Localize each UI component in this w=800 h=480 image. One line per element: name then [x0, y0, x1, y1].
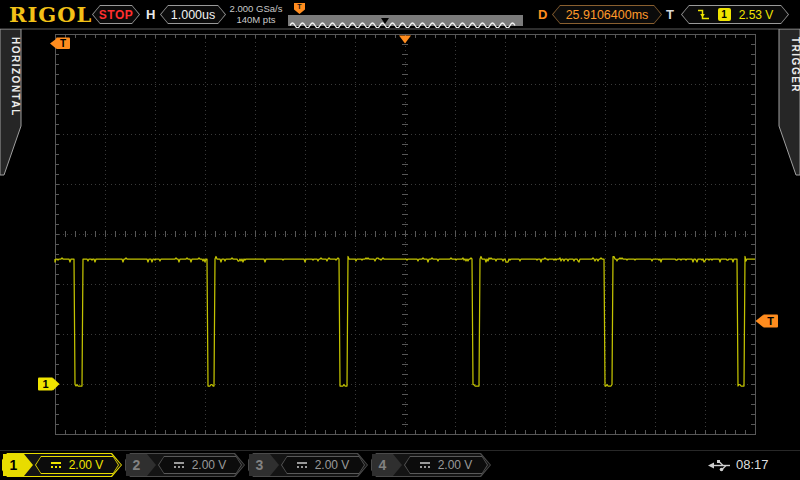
oscilloscope-screen: RIGOL STOP H 1.000us 2.000 GSa/s 140M pt…	[0, 0, 800, 480]
graticule: T T 1	[0, 0, 800, 480]
dc-coupling-icon	[51, 462, 61, 468]
svg-text:1: 1	[42, 378, 48, 390]
channel2-status[interactable]: 2 2.00 V	[125, 453, 245, 477]
trigger-level-marker[interactable]: T	[756, 315, 779, 328]
horizontal-position-marker[interactable]	[399, 36, 411, 44]
channel1-ground-marker[interactable]: 1	[38, 378, 60, 391]
channel1-scale: 2.00 V	[69, 458, 104, 472]
dc-coupling-icon	[420, 462, 430, 468]
clock: 08:17	[736, 457, 769, 472]
trigger-position-marker[interactable]: T	[50, 38, 70, 50]
channel3-status[interactable]: 3 2.00 V	[248, 453, 368, 477]
channel4-scale: 2.00 V	[438, 458, 473, 472]
footer-separator	[0, 450, 800, 451]
channel2-scale: 2.00 V	[192, 458, 227, 472]
channel3-scale: 2.00 V	[315, 458, 350, 472]
dc-coupling-icon	[297, 462, 307, 468]
svg-text:T: T	[60, 38, 66, 49]
grid-lines	[55, 34, 756, 435]
channel4-status[interactable]: 4 2.00 V	[371, 453, 491, 477]
dc-coupling-icon	[174, 462, 184, 468]
svg-text:T: T	[767, 315, 774, 327]
usb-icon	[706, 459, 732, 472]
channel1-status[interactable]: 1 2.00 V	[2, 453, 122, 477]
